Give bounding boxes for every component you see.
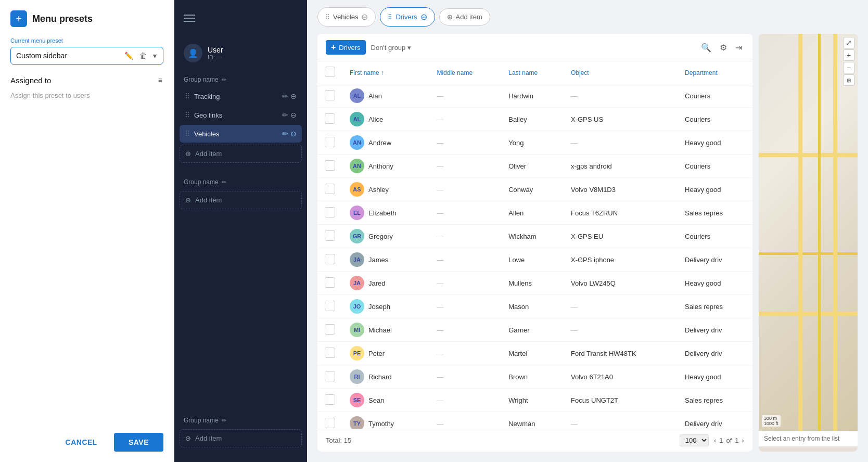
remove-item-icon[interactable]: ⊖ bbox=[290, 92, 297, 100]
table-row[interactable]: AL Alice — Bailey X-GPS US Couriers bbox=[317, 108, 752, 131]
avatar: JA bbox=[350, 276, 364, 290]
row-checkbox-cell[interactable] bbox=[317, 131, 342, 155]
edit-preset-button[interactable]: ✏️ bbox=[123, 50, 134, 61]
edit-group-2-icon[interactable]: ✏ bbox=[222, 179, 226, 186]
edit-item-icon[interactable]: ✏ bbox=[282, 111, 288, 119]
row-checkbox-cell[interactable] bbox=[317, 225, 342, 248]
table-row[interactable]: MI Michael — Garner — Delivery driv bbox=[317, 318, 752, 342]
row-checkbox-cell[interactable] bbox=[317, 389, 342, 412]
table-row[interactable]: JO Joseph — Mason — Sales repres bbox=[317, 295, 752, 318]
dropdown-preset-button[interactable]: ▾ bbox=[152, 50, 158, 61]
table-row[interactable]: JA James — Lowe X-GPS iphone Delivery dr… bbox=[317, 248, 752, 272]
row-checkbox[interactable] bbox=[325, 137, 335, 147]
save-button[interactable]: SAVE bbox=[114, 433, 163, 452]
remove-tab-vehicles-icon[interactable]: ⊖ bbox=[361, 12, 368, 22]
select-all-checkbox[interactable] bbox=[325, 67, 335, 77]
row-checkbox[interactable] bbox=[325, 90, 335, 100]
table-row[interactable]: AS Ashley — Conway Volvo V8M1D3 Heavy go… bbox=[317, 178, 752, 201]
next-page-button[interactable]: › bbox=[742, 437, 744, 444]
fullscreen-map-button[interactable]: ⤢ bbox=[843, 37, 854, 48]
edit-item-icon[interactable]: ✏ bbox=[282, 130, 288, 138]
row-checkbox-cell[interactable] bbox=[317, 272, 342, 295]
row-checkbox-cell[interactable] bbox=[317, 178, 342, 201]
dont-group-dropdown[interactable]: Don't group ▾ bbox=[371, 44, 412, 52]
row-checkbox[interactable] bbox=[325, 418, 335, 428]
row-checkbox[interactable] bbox=[325, 301, 335, 311]
row-checkbox[interactable] bbox=[325, 207, 335, 217]
table-row[interactable]: RI Richard — Brown Volvo 6T21A0 Heavy go… bbox=[317, 365, 752, 389]
delete-preset-button[interactable]: 🗑 bbox=[138, 50, 148, 61]
row-checkbox-cell[interactable] bbox=[317, 155, 342, 178]
add-preset-button[interactable]: + bbox=[10, 10, 27, 27]
row-checkbox-cell[interactable] bbox=[317, 201, 342, 225]
row-checkbox-cell[interactable] bbox=[317, 342, 342, 365]
drivers-title-button[interactable]: + Drivers bbox=[326, 40, 366, 55]
zoom-in-button[interactable]: + bbox=[843, 49, 854, 61]
expand-button[interactable]: ⇥ bbox=[733, 41, 744, 55]
avatar: SE bbox=[350, 393, 364, 407]
plus-circle-icon: ⊕ bbox=[185, 434, 191, 442]
remove-item-icon[interactable]: ⊖ bbox=[290, 111, 297, 119]
row-checkbox[interactable] bbox=[325, 277, 335, 288]
add-item-group-2-button[interactable]: ⊕ Add item bbox=[180, 191, 302, 209]
table-row[interactable]: AL Alan — Hardwin — Couriers bbox=[317, 84, 752, 108]
zoom-out-button[interactable]: − bbox=[843, 62, 854, 73]
table-row[interactable]: PE Peter — Martel Ford Transit HW48TK De… bbox=[317, 342, 752, 365]
layers-button[interactable]: ⊞ bbox=[843, 74, 854, 86]
row-checkbox[interactable] bbox=[325, 348, 335, 358]
avatar: AS bbox=[350, 182, 364, 197]
row-checkbox-cell[interactable] bbox=[317, 84, 342, 108]
row-checkbox[interactable] bbox=[325, 254, 335, 264]
assigned-action-button[interactable]: ≡ bbox=[157, 75, 163, 85]
avatar: RI bbox=[350, 369, 364, 384]
table-row[interactable]: SE Sean — Wright Focus UNGT2T Sales repr… bbox=[317, 389, 752, 412]
row-checkbox-cell[interactable] bbox=[317, 365, 342, 389]
table-row[interactable]: AN Andrew — Yong — Heavy good bbox=[317, 131, 752, 155]
table-row[interactable]: TY Tymothy — Newman — Delivery driv bbox=[317, 412, 752, 429]
add-tab-button[interactable]: ⊕ Add item bbox=[439, 8, 490, 25]
settings-button[interactable]: ⚙ bbox=[718, 41, 729, 55]
row-checkbox[interactable] bbox=[325, 371, 335, 381]
table-row[interactable]: AN Anthony — Oliver x-gps android Courie… bbox=[317, 155, 752, 178]
row-checkbox[interactable] bbox=[325, 160, 335, 171]
sidebar-item-tracking-label: Tracking bbox=[194, 93, 278, 100]
first-name-cell: JA Jared bbox=[342, 272, 429, 295]
prev-page-button[interactable]: ‹ bbox=[714, 437, 716, 444]
table-row[interactable]: JA Jared — Mullens Volvo LW245Q Heavy go… bbox=[317, 272, 752, 295]
tab-drivers[interactable]: ⠿ Drivers ⊖ bbox=[380, 7, 435, 27]
cancel-button[interactable]: CANCEL bbox=[55, 433, 108, 452]
page-size-select[interactable]: 100 50 25 bbox=[680, 434, 709, 446]
drag-icon: ⠿ bbox=[185, 92, 190, 100]
row-checkbox-cell[interactable] bbox=[317, 318, 342, 342]
department-cell: Sales repres bbox=[678, 389, 752, 412]
row-checkbox-cell[interactable] bbox=[317, 108, 342, 131]
sidebar-item-vehicles[interactable]: ⠿ Vehicles ✏ ⊖ bbox=[180, 125, 302, 143]
middle-name-cell: — bbox=[429, 84, 501, 108]
add-item-group-1-button[interactable]: ⊕ Add item bbox=[180, 145, 302, 163]
search-button[interactable]: 🔍 bbox=[699, 41, 713, 55]
table-row[interactable]: EL Elizabeth — Allen Focus T6ZRUN Sales … bbox=[317, 201, 752, 225]
row-checkbox-cell[interactable] bbox=[317, 295, 342, 318]
remove-tab-drivers-icon[interactable]: ⊖ bbox=[420, 12, 427, 22]
sidebar-item-geo-links-label: Geo links bbox=[194, 111, 278, 119]
row-checkbox[interactable] bbox=[325, 184, 335, 194]
row-checkbox[interactable] bbox=[325, 230, 335, 241]
tab-vehicles[interactable]: ⠿ Vehicles ⊖ bbox=[317, 7, 376, 27]
add-item-group-3-button[interactable]: ⊕ Add item bbox=[180, 429, 302, 447]
first-name-header[interactable]: First name ↑ bbox=[342, 61, 429, 84]
edit-group-3-icon[interactable]: ✏ bbox=[222, 417, 226, 424]
row-checkbox-cell[interactable] bbox=[317, 412, 342, 429]
row-checkbox[interactable] bbox=[325, 113, 335, 124]
edit-item-icon[interactable]: ✏ bbox=[282, 92, 288, 100]
hamburger-menu[interactable] bbox=[174, 8, 307, 28]
row-checkbox[interactable] bbox=[325, 394, 335, 405]
select-all-header[interactable] bbox=[317, 61, 342, 84]
row-checkbox-cell[interactable] bbox=[317, 248, 342, 272]
sidebar-item-tracking[interactable]: ⠿ Tracking ✏ ⊖ bbox=[180, 87, 302, 105]
sidebar-item-geo-links[interactable]: ⠿ Geo links ✏ ⊖ bbox=[180, 106, 302, 124]
table-row[interactable]: GR Gregory — Wickham X-GPS EU Couriers bbox=[317, 225, 752, 248]
edit-group-1-icon[interactable]: ✏ bbox=[222, 76, 226, 83]
last-name-cell: Wright bbox=[501, 389, 564, 412]
remove-item-icon[interactable]: ⊖ bbox=[290, 130, 297, 138]
row-checkbox[interactable] bbox=[325, 324, 335, 335]
